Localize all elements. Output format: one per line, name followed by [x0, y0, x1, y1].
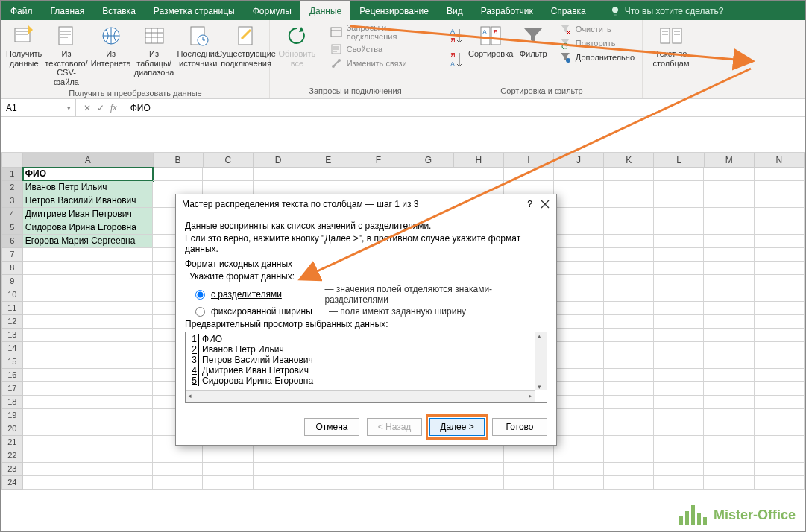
cell[interactable]	[554, 275, 604, 288]
cell[interactable]	[755, 208, 805, 221]
sort-za-button[interactable]: ЯА	[446, 49, 465, 72]
cell[interactable]	[403, 463, 453, 476]
cell[interactable]	[403, 181, 453, 194]
cell[interactable]	[554, 342, 604, 355]
cell[interactable]	[755, 436, 805, 449]
cell[interactable]	[353, 168, 403, 181]
select-all-corner[interactable]	[1, 153, 23, 168]
tab-view[interactable]: Вид	[438, 1, 472, 20]
row-header[interactable]: 5	[1, 221, 23, 235]
recent-sources-button[interactable]: Последние источники	[177, 22, 219, 68]
cell[interactable]	[654, 168, 704, 181]
cell[interactable]	[704, 329, 754, 342]
clear-filter-button[interactable]: Очистить	[556, 22, 637, 36]
col-header[interactable]: I	[504, 153, 554, 168]
cell[interactable]	[704, 436, 754, 449]
radio-fixed[interactable]	[195, 307, 205, 317]
radio-delimited[interactable]	[195, 290, 205, 300]
row-header[interactable]: 12	[1, 315, 23, 329]
row-header[interactable]: 24	[1, 476, 23, 490]
cell[interactable]	[654, 275, 704, 288]
row-header[interactable]: 16	[1, 369, 23, 382]
cell[interactable]	[554, 315, 604, 329]
cell[interactable]	[604, 382, 654, 396]
cell[interactable]	[554, 396, 604, 409]
cell[interactable]	[704, 168, 754, 181]
cell[interactable]: Егорова Мария Сергеевна	[23, 235, 153, 248]
cell[interactable]	[554, 302, 604, 315]
col-header[interactable]: D	[254, 153, 303, 168]
cell[interactable]	[604, 436, 654, 449]
advanced-filter-button[interactable]: Дополнительно	[556, 51, 637, 64]
cell[interactable]	[353, 463, 403, 476]
cell[interactable]	[554, 476, 604, 490]
col-header[interactable]: C	[204, 153, 254, 168]
cell[interactable]	[203, 181, 253, 194]
cell[interactable]	[755, 382, 805, 396]
cell[interactable]	[554, 208, 604, 221]
cell[interactable]	[554, 355, 604, 369]
cell[interactable]	[604, 342, 654, 355]
cell[interactable]	[604, 275, 654, 288]
cell[interactable]	[755, 248, 805, 262]
cell[interactable]	[654, 396, 704, 409]
cell[interactable]	[654, 262, 704, 275]
cell[interactable]	[153, 463, 203, 476]
cell[interactable]	[604, 369, 654, 382]
row-header[interactable]: 8	[1, 262, 23, 275]
cell[interactable]	[303, 449, 353, 463]
cell[interactable]	[704, 262, 754, 275]
row-header[interactable]: 4	[1, 208, 23, 221]
cell[interactable]	[153, 181, 203, 194]
cell[interactable]	[604, 329, 654, 342]
cell[interactable]	[554, 262, 604, 275]
queries-button[interactable]: Запросы и подключения	[327, 22, 436, 42]
cell[interactable]	[704, 355, 754, 369]
cell[interactable]	[23, 436, 153, 449]
cell[interactable]	[23, 288, 153, 302]
get-data-button[interactable]: Получить данные	[6, 22, 42, 68]
cell[interactable]	[704, 302, 754, 315]
cell[interactable]	[504, 168, 554, 181]
cell[interactable]	[23, 396, 153, 409]
cell[interactable]	[654, 382, 704, 396]
properties-button[interactable]: Свойства	[327, 42, 436, 56]
cell[interactable]	[604, 168, 654, 181]
text-to-columns-button[interactable]: Текст по столбцам	[647, 22, 695, 68]
cell[interactable]	[755, 235, 805, 248]
cell[interactable]	[755, 355, 805, 369]
cell[interactable]	[554, 181, 604, 194]
cell[interactable]	[23, 369, 153, 382]
row-header[interactable]: 2	[1, 181, 23, 194]
row-header[interactable]: 18	[1, 396, 23, 409]
reapply-filter-button[interactable]: Повторить	[556, 37, 637, 50]
row-header[interactable]: 6	[1, 235, 23, 248]
row-header[interactable]: 11	[1, 302, 23, 315]
cell[interactable]	[453, 463, 503, 476]
cell[interactable]	[453, 449, 503, 463]
cell[interactable]	[704, 315, 754, 329]
cell[interactable]	[704, 288, 754, 302]
cell[interactable]	[704, 382, 754, 396]
cell[interactable]	[604, 208, 654, 221]
cell[interactable]	[654, 422, 704, 436]
row-header[interactable]: 20	[1, 422, 23, 436]
cell[interactable]	[153, 449, 203, 463]
cell[interactable]	[604, 302, 654, 315]
cell[interactable]	[704, 221, 754, 235]
cell[interactable]	[604, 355, 654, 369]
col-header[interactable]: L	[654, 153, 704, 168]
cell[interactable]	[704, 208, 754, 221]
cell[interactable]	[604, 262, 654, 275]
cell[interactable]	[23, 355, 153, 369]
cell[interactable]	[755, 275, 805, 288]
cell[interactable]	[704, 181, 754, 194]
cell[interactable]	[704, 194, 754, 208]
cell[interactable]	[654, 476, 704, 490]
cell[interactable]	[755, 302, 805, 315]
row-header[interactable]: 23	[1, 463, 23, 476]
cell[interactable]: ФИО	[23, 168, 153, 181]
cell[interactable]	[755, 288, 805, 302]
cell[interactable]	[704, 275, 754, 288]
cancel-button[interactable]: Отмена	[304, 418, 359, 436]
